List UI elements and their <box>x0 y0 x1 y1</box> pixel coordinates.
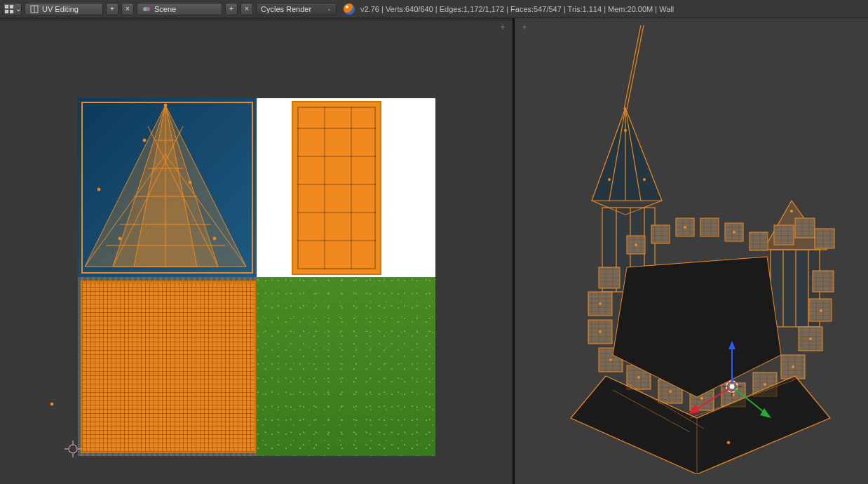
svg-rect-2 <box>5 10 8 13</box>
editor-type-menu-icon[interactable] <box>3 3 15 15</box>
uv-image-editor[interactable]: ＋ <box>0 18 515 484</box>
screen-layout-selector[interactable]: UV Editing <box>25 3 103 15</box>
svg-point-75 <box>669 390 672 393</box>
svg-point-74 <box>637 376 640 379</box>
svg-rect-67 <box>700 218 719 236</box>
svg-rect-0 <box>5 5 8 8</box>
layout-icon <box>29 4 39 14</box>
svg-line-36 <box>624 25 641 109</box>
render-engine-label: Cycles Render <box>261 5 324 13</box>
svg-point-84 <box>635 243 637 246</box>
screen-layout-label: UV Editing <box>42 5 98 13</box>
render-engine-selector[interactable]: Cycles Render ⌄ <box>256 3 337 15</box>
svg-point-88 <box>608 178 611 181</box>
header-statistics: v2.76 | Verts:640/640 | Edges:1,172/1,17… <box>360 5 674 13</box>
svg-point-90 <box>790 210 793 213</box>
svg-point-82 <box>809 337 812 340</box>
uv-stray-vertex <box>50 403 53 405</box>
svg-rect-3 <box>10 10 13 13</box>
svg-point-96 <box>727 441 730 444</box>
split-corner-icon[interactable]: ＋ <box>520 22 529 31</box>
scene-label: Scene <box>154 5 217 13</box>
grid-icon <box>5 5 13 13</box>
chevron-down-icon: ⌄ <box>327 6 332 12</box>
layout-add-button[interactable]: + <box>106 3 118 15</box>
layout-remove-button[interactable]: × <box>121 3 134 15</box>
split-corner-icon[interactable]: ＋ <box>499 22 507 31</box>
svg-point-73 <box>609 358 612 361</box>
svg-point-27 <box>213 237 216 240</box>
svg-point-24 <box>143 139 146 142</box>
svg-rect-71 <box>795 218 815 238</box>
uv-2d-cursor-icon <box>65 441 81 457</box>
svg-rect-60 <box>599 267 620 288</box>
svg-point-26 <box>118 237 121 240</box>
svg-point-76 <box>700 397 703 400</box>
svg-point-78 <box>764 383 766 386</box>
svg-point-81 <box>599 302 602 305</box>
svg-rect-72 <box>815 229 834 248</box>
svg-point-22 <box>164 104 167 107</box>
svg-point-25 <box>189 181 191 184</box>
svg-point-85 <box>684 226 686 229</box>
scene-remove-button[interactable]: × <box>240 3 253 15</box>
svg-point-79 <box>792 365 794 368</box>
castle-wireframe <box>550 25 844 474</box>
info-header-bar: ⌄ UV Editing + × Scene + × Cycles Render… <box>0 0 868 18</box>
main-split: ＋ <box>0 18 868 484</box>
svg-marker-38 <box>592 108 662 201</box>
scene-icon <box>142 4 151 14</box>
svg-point-86 <box>733 231 735 234</box>
uv-island-dense <box>81 281 256 453</box>
svg-point-7 <box>146 7 150 11</box>
uv-texture-canvas[interactable] <box>78 98 435 456</box>
svg-line-37 <box>627 25 644 109</box>
svg-point-110 <box>729 384 735 389</box>
svg-rect-70 <box>774 225 794 245</box>
svg-point-80 <box>599 330 602 333</box>
svg-point-77 <box>732 394 735 396</box>
panel-top-shadow <box>0 18 513 22</box>
svg-rect-1 <box>10 5 13 8</box>
svg-point-89 <box>643 178 646 181</box>
texture-quadrant-bottom-right <box>257 277 435 456</box>
svg-point-87 <box>624 129 627 132</box>
editor-type-expand[interactable]: ⌄ <box>15 3 22 15</box>
scene-add-button[interactable]: + <box>225 3 238 15</box>
svg-rect-69 <box>750 232 768 250</box>
svg-point-83 <box>820 309 822 312</box>
svg-rect-65 <box>651 225 670 243</box>
uv-island-door <box>292 101 381 275</box>
blender-logo-icon <box>344 4 355 15</box>
scene-selector[interactable]: Scene <box>137 3 222 15</box>
svg-point-23 <box>97 188 100 191</box>
uv-island-spire <box>78 98 257 277</box>
3d-viewport[interactable]: ＋ <box>515 18 868 484</box>
svg-rect-63 <box>813 271 834 292</box>
